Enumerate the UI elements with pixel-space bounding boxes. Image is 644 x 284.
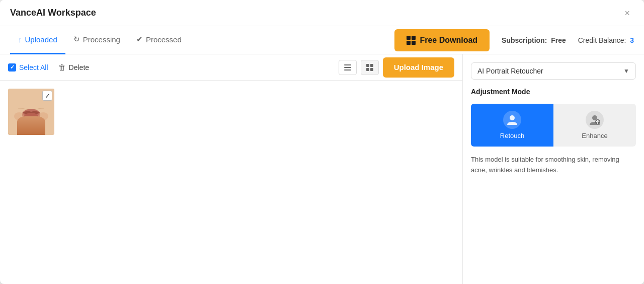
- adjustment-mode-label: Adjustment Mode: [471, 88, 636, 96]
- enhance-mode-button[interactable]: Enhance: [553, 104, 636, 147]
- processed-icon: ✔: [136, 35, 143, 44]
- app-window: VanceAI Workspace × ↑ Uploaded ↻ Process…: [0, 0, 644, 284]
- model-description: This model is suitable for smoothing ski…: [471, 155, 636, 176]
- subscription-label: Subscription:: [502, 36, 547, 44]
- tab-group: ↑ Uploaded ↻ Processing ✔ Processed: [10, 26, 394, 54]
- top-bar-actions: Free Download Subscription: Free Credit …: [394, 29, 634, 51]
- chevron-down-icon: ▼: [623, 67, 629, 75]
- svg-rect-4: [370, 64, 373, 67]
- content-area: Select All 🗑 Delete: [0, 54, 463, 284]
- app-title: VanceAI Workspace: [10, 8, 96, 18]
- retouch-mode-button[interactable]: Retouch: [471, 104, 553, 147]
- svg-point-11: [23, 119, 39, 129]
- tab-processing-label: Processing: [83, 35, 120, 44]
- retouch-label: Retouch: [500, 132, 524, 139]
- images-grid: ✓: [0, 81, 462, 284]
- svg-point-15: [592, 115, 597, 120]
- free-download-label: Free Download: [420, 36, 477, 45]
- image-toolbar: Select All 🗑 Delete: [0, 54, 462, 81]
- tab-uploaded[interactable]: ↑ Uploaded: [10, 26, 65, 54]
- svg-point-12: [14, 112, 24, 120]
- svg-rect-1: [344, 67, 351, 68]
- svg-rect-6: [370, 68, 373, 71]
- tab-uploaded-label: Uploaded: [25, 35, 57, 44]
- credit-label: Credit Balance:: [578, 36, 626, 44]
- main-area: Select All 🗑 Delete: [0, 54, 644, 284]
- tab-processing[interactable]: ↻ Processing: [65, 26, 128, 54]
- right-panel: AI Portrait Retoucher ▼ Adjustment Mode …: [463, 54, 644, 284]
- svg-rect-5: [366, 68, 369, 71]
- subscription-value: Free: [551, 36, 566, 44]
- svg-point-10: [24, 113, 38, 121]
- title-bar: VanceAI Workspace ×: [0, 0, 644, 26]
- trash-icon: 🗑: [58, 63, 66, 72]
- enhance-label: Enhance: [582, 132, 607, 139]
- processing-icon: ↻: [73, 35, 80, 44]
- select-all-checkbox[interactable]: [8, 63, 16, 72]
- ai-tool-label: AI Portrait Retoucher: [477, 67, 543, 75]
- subscription-info: Subscription: Free: [502, 36, 566, 44]
- delete-label: Delete: [69, 63, 89, 72]
- toolbar-right: Upload Image: [339, 57, 454, 78]
- credit-info: Credit Balance: 3: [578, 36, 634, 44]
- close-button[interactable]: ×: [620, 7, 634, 20]
- grid-view-icon: [365, 63, 374, 72]
- upload-icon: ↑: [18, 35, 22, 44]
- list-view-icon: [343, 63, 352, 72]
- tab-processed[interactable]: ✔ Processed: [128, 26, 190, 54]
- upload-image-button[interactable]: Upload Image: [383, 57, 454, 78]
- image-thumbnail[interactable]: ✓: [8, 89, 54, 135]
- list-view-button[interactable]: [339, 60, 357, 75]
- svg-rect-3: [366, 64, 369, 67]
- ai-tool-select[interactable]: AI Portrait Retoucher ▼: [471, 62, 636, 80]
- tab-processed-label: Processed: [146, 35, 182, 44]
- top-bar: ↑ Uploaded ↻ Processing ✔ Processed Free…: [0, 26, 644, 54]
- svg-point-14: [510, 115, 515, 120]
- image-select-checkbox[interactable]: ✓: [42, 91, 52, 101]
- adjustment-mode-section: Adjustment Mode: [471, 88, 636, 96]
- select-all-container[interactable]: Select All: [8, 63, 48, 72]
- credit-value: 3: [630, 36, 634, 44]
- svg-point-8: [20, 120, 42, 135]
- svg-point-13: [38, 112, 48, 120]
- select-all-label: Select All: [19, 63, 48, 72]
- mode-buttons: Retouch Enhance: [471, 104, 636, 147]
- svg-rect-2: [344, 69, 351, 70]
- free-download-button[interactable]: Free Download: [394, 29, 490, 51]
- delete-button[interactable]: 🗑 Delete: [54, 61, 93, 74]
- enhance-icon: [586, 111, 604, 129]
- grid-view-button[interactable]: [361, 60, 379, 75]
- retouch-icon: [503, 111, 521, 129]
- svg-rect-0: [344, 64, 351, 65]
- windows-icon: [407, 36, 416, 45]
